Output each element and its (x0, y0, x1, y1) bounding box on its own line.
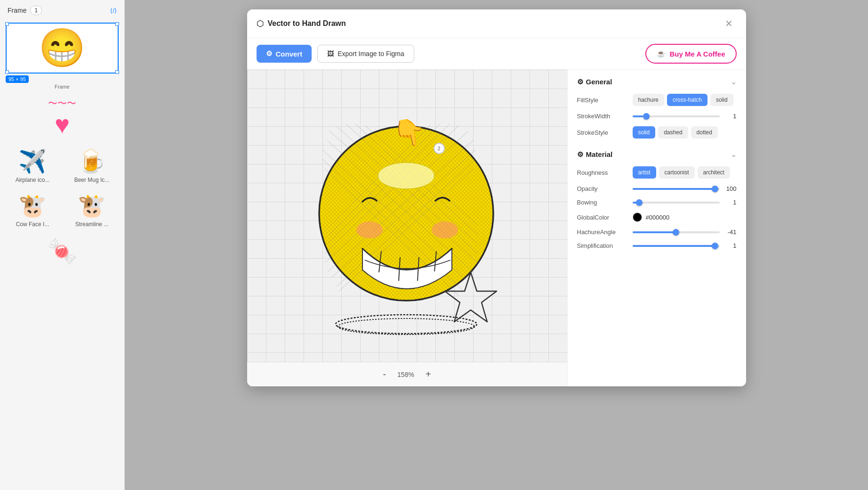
dialog-body: 👇 2 (247, 70, 746, 386)
simplification-fill (633, 245, 715, 247)
stroke-width-slider: 1 (633, 113, 737, 120)
dialog-title-icon: ⬡ (257, 18, 264, 29)
dialog-header: ⬡ Vector to Hand Drawn ✕ (247, 9, 746, 38)
candy-item[interactable]: 🍬 (0, 233, 124, 270)
material-section-header[interactable]: ⚙ Material ⌄ (577, 150, 737, 159)
fill-crosshatch-btn[interactable]: cross-hatch (667, 94, 707, 106)
hachure-angle-thumb[interactable] (673, 229, 679, 236)
cow-face-icon: 🐮 (18, 193, 47, 219)
selected-frame-container[interactable]: 😁 95 × 95 Frame (0, 19, 124, 93)
sidebar-header-icons: ⟨/⟩ (110, 7, 117, 14)
candy-icon: 🍬 (47, 237, 78, 266)
canvas-area[interactable]: 👇 2 (247, 70, 567, 386)
streamline-label: Streamline ... (75, 221, 109, 228)
global-color-label: GlobalColor (577, 214, 629, 221)
export-icon: 🖼 (327, 50, 334, 57)
roughness-artist-btn[interactable]: artist (633, 166, 656, 179)
convert-label: Convert (276, 50, 303, 58)
bowing-thumb[interactable] (636, 199, 643, 206)
bowing-slider: 1 (633, 199, 737, 206)
fill-style-options: hachure cross-hatch solid (633, 94, 737, 106)
roughness-label: Roughness (577, 169, 629, 176)
frame-label: Frame (8, 7, 26, 14)
sidebar-icon-grid: ✈️ Airplane ico... 🍺 Beer Mug Ic... 🐮 Co… (0, 143, 124, 233)
svg-point-25 (356, 221, 383, 238)
hand-drawn-emoji (289, 93, 525, 338)
buy-coffee-button[interactable]: ☕ Buy Me A Coffee (645, 44, 736, 64)
airplane-item[interactable]: ✈️ Airplane ico... (4, 145, 61, 187)
color-hex-value: #000000 (646, 214, 670, 221)
fill-style-row: FillStyle hachure cross-hatch solid (577, 94, 737, 106)
hachure-angle-track[interactable] (633, 231, 720, 233)
roughness-cartoonist-btn[interactable]: cartoonist (659, 166, 695, 179)
coffee-label: Buy Me A Coffee (669, 50, 725, 58)
dialog-close-button[interactable]: ✕ (721, 16, 737, 31)
general-section-header[interactable]: ⚙ General ⌄ (577, 77, 737, 86)
resize-handle-tl[interactable] (5, 22, 9, 26)
opacity-thumb[interactable] (712, 186, 718, 192)
stroke-style-options: solid dashed dotted (633, 126, 737, 139)
opacity-slider: 100 (633, 185, 737, 192)
stroke-dotted-btn[interactable]: dotted (691, 126, 718, 139)
zoom-in-button[interactable]: + (422, 368, 435, 381)
roughness-options: artist cartoonist architect (633, 166, 737, 179)
cow-face-item[interactable]: 🐮 Cow Face I... (4, 189, 61, 231)
opacity-row: Opacity 100 (577, 185, 737, 192)
stroke-width-thumb[interactable] (643, 113, 650, 120)
frame-text-label: Frame (6, 84, 119, 90)
resize-handle-br[interactable] (115, 70, 119, 74)
stroke-style-label: StrokeStyle (577, 129, 629, 136)
simplification-thumb[interactable] (712, 243, 718, 249)
beer-mug-icon: 🍺 (78, 148, 106, 175)
streamline-item[interactable]: 🐮 Streamline ... (63, 189, 121, 231)
material-title: ⚙ Material (577, 150, 613, 159)
convert-button[interactable]: ⚙ Convert (257, 45, 312, 63)
general-section: ⚙ General ⌄ FillStyle hachure cross-hatc… (577, 77, 737, 139)
bowing-value: 1 (723, 199, 737, 206)
sidebar: Frame 1 ⟨/⟩ 😁 95 × 95 Frame 〜〜〜 ♥ ✈️ (0, 0, 125, 490)
code-icon[interactable]: ⟨/⟩ (110, 7, 117, 14)
simplification-value: 1 (723, 242, 737, 249)
dialog-toolbar: ⚙ Convert 🖼 Export Image to Figma ☕ Buy … (247, 38, 746, 70)
cow-face-label: Cow Face I... (16, 221, 49, 228)
resize-handle-tr[interactable] (115, 22, 119, 26)
material-section: ⚙ Material ⌄ Roughness artist cartoonist (577, 150, 737, 249)
hachure-angle-slider: -41 (633, 229, 737, 236)
opacity-track[interactable] (633, 188, 720, 190)
selected-frame[interactable]: 😁 95 × 95 (6, 23, 119, 83)
main-content: ⬡ Vector to Hand Drawn ✕ ⚙ Convert 🖼 Exp… (125, 0, 868, 490)
roughness-architect-btn[interactable]: architect (698, 166, 730, 179)
color-swatch[interactable] (633, 212, 642, 222)
bowing-label: Bowing (577, 199, 629, 206)
zoom-level-display: 158% (397, 371, 414, 378)
material-icon: ⚙ (577, 150, 583, 159)
simplification-row: Simplification 1 (577, 242, 737, 249)
fill-solid-btn[interactable]: solid (710, 94, 733, 106)
export-label: Export Image to Figma (338, 50, 404, 57)
bowing-row: Bowing 1 (577, 199, 737, 206)
dialog-title: Vector to Hand Drawn (268, 19, 346, 28)
opacity-label: Opacity (577, 185, 629, 192)
general-collapse-icon: ⌄ (731, 77, 737, 86)
stroke-dashed-btn[interactable]: dashed (658, 126, 688, 139)
roughness-row: Roughness artist cartoonist architect (577, 166, 737, 179)
streamline-icon: 🐮 (78, 193, 106, 219)
zoom-out-button[interactable]: - (379, 368, 390, 381)
simplification-label: Simplification (577, 242, 629, 249)
global-color-control: #000000 (633, 212, 737, 222)
stroke-width-track[interactable] (633, 115, 720, 117)
pink-heart-icon: ♥ (55, 110, 70, 139)
simplification-track[interactable] (633, 245, 720, 247)
stroke-solid-btn[interactable]: solid (633, 126, 656, 139)
resize-handle-bl[interactable] (5, 70, 9, 74)
hachure-angle-row: HachureAngle -41 (577, 229, 737, 236)
beer-mug-item[interactable]: 🍺 Beer Mug Ic... (63, 145, 121, 187)
svg-point-26 (432, 221, 458, 238)
fill-style-label: FillStyle (577, 97, 629, 104)
plugin-dialog-overlay: ⬡ Vector to Hand Drawn ✕ ⚙ Convert 🖼 Exp… (125, 0, 868, 490)
bowing-track[interactable] (633, 202, 720, 204)
fill-hachure-btn[interactable]: hachure (633, 94, 664, 106)
right-panel: ⚙ General ⌄ FillStyle hachure cross-hatc… (567, 70, 746, 386)
heart-icon-item[interactable]: 〜〜〜 ♥ (0, 93, 124, 143)
export-button[interactable]: 🖼 Export Image to Figma (317, 45, 414, 63)
